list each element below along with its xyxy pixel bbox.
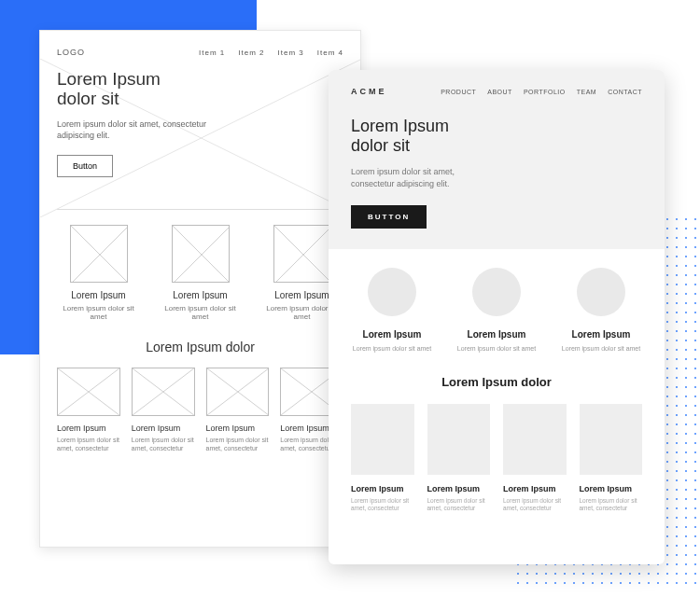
hifi-nav: PRODUCT ABOUT PORTFOLIO TEAM CONTACT [441, 89, 642, 95]
hifi-hero: ACME PRODUCT ABOUT PORTFOLIO TEAM CONTAC… [329, 70, 665, 249]
feature-desc: Lorem ipsum dolor sit amet [57, 304, 140, 321]
feature-title: Lorem Ipsum [351, 329, 433, 340]
wireframe-nav-item[interactable]: Item 2 [238, 49, 264, 57]
feature-desc: Lorem ipsum dolor sit amet [560, 344, 642, 353]
wireframe-feature: Lorem Ipsum Lorem ipsum dolor sit amet [159, 225, 242, 321]
hifi-features-row: Lorem Ipsum Lorem ipsum dolor sit amet L… [351, 268, 642, 353]
hifi-grid-cell: Lorem Ipsum Lorem ipsum dolor sit amet, … [351, 404, 414, 513]
feature-title: Lorem Ipsum [455, 329, 538, 340]
wireframe-grid-cell: Lorem Ipsum Lorem ipsum dolor sit amet, … [206, 368, 270, 452]
title-line: dolor sit [351, 136, 410, 155]
hifi-hero-title: Lorem Ipsum dolor sit [351, 117, 642, 155]
cell-desc: Lorem ipsum dolor sit amet, consectetur [351, 497, 414, 513]
image-placeholder-icon [57, 368, 120, 416]
svg-line-6 [274, 226, 330, 282]
cell-title: Lorem Ipsum [57, 423, 120, 433]
wireframe-section-title: Lorem Ipsum dolor [57, 340, 343, 354]
wireframe-features-row: Lorem Ipsum Lorem ipsum dolor sit amet L… [57, 225, 343, 321]
wireframe-hero-button[interactable]: Button [57, 155, 113, 177]
wireframe-nav: Item 1 Item 2 Item 3 Item 4 [199, 49, 343, 57]
hifi-mockup-card: ACME PRODUCT ABOUT PORTFOLIO TEAM CONTAC… [329, 70, 665, 564]
cell-title: Lorem Ipsum [132, 423, 195, 433]
wireframe-hero-desc: Lorem ipsum dolor sit amet, consectetur … [57, 118, 216, 142]
hifi-grid: Lorem Ipsum Lorem ipsum dolor sit amet, … [351, 404, 642, 513]
title-line: dolor sit [57, 89, 119, 108]
hifi-nav-item[interactable]: PRODUCT [441, 89, 476, 95]
cell-desc: Lorem ipsum dolor sit amet, consectetur [206, 436, 270, 452]
feature-title: Lorem Ipsum [560, 329, 642, 340]
wireframe-grid-cell: Lorem Ipsum Lorem ipsum dolor sit amet, … [132, 368, 195, 452]
avatar-placeholder-icon [368, 268, 416, 316]
feature-desc: Lorem ipsum dolor sit amet [455, 344, 538, 353]
image-placeholder-icon [70, 225, 128, 283]
hifi-nav-item[interactable]: CONTACT [608, 89, 642, 95]
image-placeholder-icon [172, 225, 230, 283]
hifi-feature: Lorem Ipsum Lorem ipsum dolor sit amet [560, 268, 642, 353]
wireframe-grid: Lorem Ipsum Lorem ipsum dolor sit amet, … [57, 368, 343, 452]
hifi-nav-item[interactable]: TEAM [577, 89, 596, 95]
hifi-nav-item[interactable]: ABOUT [487, 89, 512, 95]
cell-desc: Lorem ipsum dolor sit amet, consectetur [580, 497, 643, 513]
hifi-body: Lorem Ipsum Lorem ipsum dolor sit amet L… [329, 249, 665, 532]
image-placeholder-icon [206, 368, 270, 416]
cell-desc: Lorem ipsum dolor sit amet, consectetur [427, 497, 491, 513]
image-placeholder-icon [580, 404, 643, 475]
cell-desc: Lorem ipsum dolor sit amet, consectetur [132, 436, 195, 452]
hifi-section-title: Lorem Ipsum dolor [351, 375, 642, 389]
wireframe-feature: Lorem Ipsum Lorem ipsum dolor sit amet [57, 225, 140, 321]
cell-title: Lorem Ipsum [503, 484, 567, 493]
hifi-grid-cell: Lorem Ipsum Lorem ipsum dolor sit amet, … [503, 404, 567, 513]
feature-title: Lorem Ipsum [57, 290, 140, 300]
cell-title: Lorem Ipsum [580, 484, 643, 493]
feature-title: Lorem Ipsum [159, 290, 242, 300]
hifi-feature: Lorem Ipsum Lorem ipsum dolor sit amet [351, 268, 433, 353]
wireframe-nav-item[interactable]: Item 1 [199, 49, 225, 57]
wireframe-hero: Lorem Ipsum dolor sit Lorem ipsum dolor … [57, 70, 343, 210]
feature-desc: Lorem ipsum dolor sit amet [159, 304, 242, 321]
hifi-hero-desc: Lorem ipsum dolor sit amet, consectetur … [351, 166, 491, 189]
hifi-header: ACME PRODUCT ABOUT PORTFOLIO TEAM CONTAC… [351, 87, 642, 96]
cell-title: Lorem Ipsum [427, 484, 491, 493]
hifi-nav-item[interactable]: PORTFOLIO [524, 89, 566, 95]
cell-title: Lorem Ipsum [351, 484, 414, 493]
title-line: Lorem Ipsum [351, 117, 449, 135]
svg-line-2 [71, 226, 127, 282]
hifi-grid-cell: Lorem Ipsum Lorem ipsum dolor sit amet, … [427, 404, 491, 513]
wireframe-header: LOGO Item 1 Item 2 Item 3 Item 4 [57, 48, 343, 57]
image-placeholder-icon [351, 404, 414, 475]
feature-desc: Lorem ipsum dolor sit amet [351, 344, 433, 353]
hifi-grid-cell: Lorem Ipsum Lorem ipsum dolor sit amet, … [580, 404, 643, 513]
cell-desc: Lorem ipsum dolor sit amet, consectetur [57, 436, 120, 452]
image-placeholder-icon [503, 404, 567, 475]
svg-line-4 [173, 226, 229, 282]
image-placeholder-icon [132, 368, 195, 416]
image-placeholder-icon [427, 404, 491, 475]
hifi-feature: Lorem Ipsum Lorem ipsum dolor sit amet [455, 268, 538, 353]
wireframe-grid-cell: Lorem Ipsum Lorem ipsum dolor sit amet, … [57, 368, 120, 452]
wireframe-logo: LOGO [57, 48, 85, 57]
hifi-logo: ACME [351, 87, 387, 96]
hifi-hero-button[interactable]: BUTTON [351, 205, 427, 229]
wireframe-hero-title: Lorem Ipsum dolor sit [57, 70, 343, 109]
title-line: Lorem Ipsum [57, 69, 161, 89]
cell-title: Lorem Ipsum [206, 423, 270, 433]
avatar-placeholder-icon [577, 268, 625, 316]
cell-desc: Lorem ipsum dolor sit amet, consectetur [503, 497, 567, 513]
wireframe-nav-item[interactable]: Item 4 [317, 49, 343, 57]
wireframe-mockup-card: LOGO Item 1 Item 2 Item 3 Item 4 Lorem I… [39, 30, 361, 548]
image-placeholder-icon [273, 225, 331, 283]
avatar-placeholder-icon [472, 268, 521, 316]
wireframe-nav-item[interactable]: Item 3 [278, 49, 304, 57]
